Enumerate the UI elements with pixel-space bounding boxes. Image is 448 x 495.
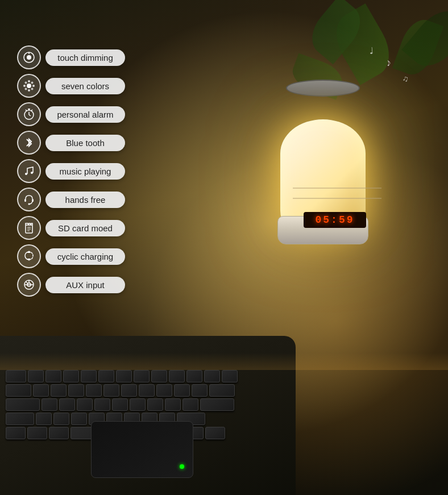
cyclic-charging-label: cyclic charging bbox=[45, 248, 125, 265]
svg-line-15 bbox=[26, 110, 27, 111]
sd-card-label: SD card moed bbox=[45, 220, 125, 236]
feature-aux-input: AUX input bbox=[17, 273, 125, 297]
aux-input-icon bbox=[17, 273, 41, 297]
svg-point-5 bbox=[28, 89, 30, 91]
svg-point-10 bbox=[25, 88, 27, 90]
svg-point-8 bbox=[25, 82, 27, 84]
seven-colors-label: seven colors bbox=[45, 78, 125, 94]
hands-free-label: hands free bbox=[45, 192, 125, 208]
music-note-2: ♫ bbox=[401, 73, 409, 84]
feature-hands-free: hands free bbox=[17, 188, 125, 211]
lamp-speaker-ring bbox=[293, 188, 381, 199]
touch-dimming-icon bbox=[17, 45, 41, 69]
feature-sd-card: SD card moed bbox=[17, 216, 125, 240]
svg-point-6 bbox=[23, 85, 26, 87]
feature-music-playing: music playing bbox=[17, 159, 125, 183]
lamp-clock-display: 05:59 bbox=[304, 212, 366, 228]
svg-point-9 bbox=[31, 82, 34, 84]
personal-alarm-icon bbox=[17, 102, 41, 126]
bluetooth-icon bbox=[17, 131, 41, 155]
feature-seven-colors: seven colors bbox=[17, 74, 125, 98]
music-note-3: ♩ bbox=[369, 45, 375, 57]
svg-point-1 bbox=[27, 55, 31, 60]
music-playing-icon bbox=[17, 159, 41, 183]
bluetooth-label: Blue tooth bbox=[45, 135, 125, 151]
svg-point-11 bbox=[31, 88, 34, 90]
lamp-device: 05:59 bbox=[266, 80, 380, 250]
seven-colors-icon bbox=[17, 74, 41, 98]
touch-dimming-label: touch dimming bbox=[45, 49, 125, 66]
sd-card-icon bbox=[17, 216, 41, 240]
svg-point-7 bbox=[32, 85, 35, 87]
feature-cyclic-charging: cyclic charging bbox=[17, 244, 125, 268]
feature-touch-dimming: touch dimming bbox=[17, 45, 125, 69]
aux-input-label: AUX input bbox=[45, 277, 125, 293]
svg-rect-17 bbox=[28, 109, 30, 110]
touchpad-indicator bbox=[180, 464, 184, 469]
personal-alarm-label: personal alarm bbox=[45, 106, 125, 123]
svg-point-3 bbox=[27, 84, 31, 88]
svg-line-16 bbox=[31, 110, 32, 111]
hands-free-icon bbox=[17, 188, 41, 211]
feature-bluetooth: Blue tooth bbox=[17, 131, 125, 155]
svg-rect-18 bbox=[24, 199, 26, 202]
table-surface bbox=[0, 353, 448, 370]
svg-point-4 bbox=[28, 80, 30, 82]
features-panel: touch dimming seven colors bbox=[17, 45, 125, 297]
feature-personal-alarm: personal alarm bbox=[17, 102, 125, 126]
music-playing-label: music playing bbox=[45, 163, 125, 180]
touchpad[interactable] bbox=[91, 421, 193, 478]
lamp-base: 05:59 bbox=[277, 216, 368, 244]
svg-point-20 bbox=[28, 203, 30, 205]
svg-line-14 bbox=[29, 115, 31, 116]
cyclic-charging-icon bbox=[17, 244, 41, 268]
lamp-top bbox=[286, 80, 360, 97]
